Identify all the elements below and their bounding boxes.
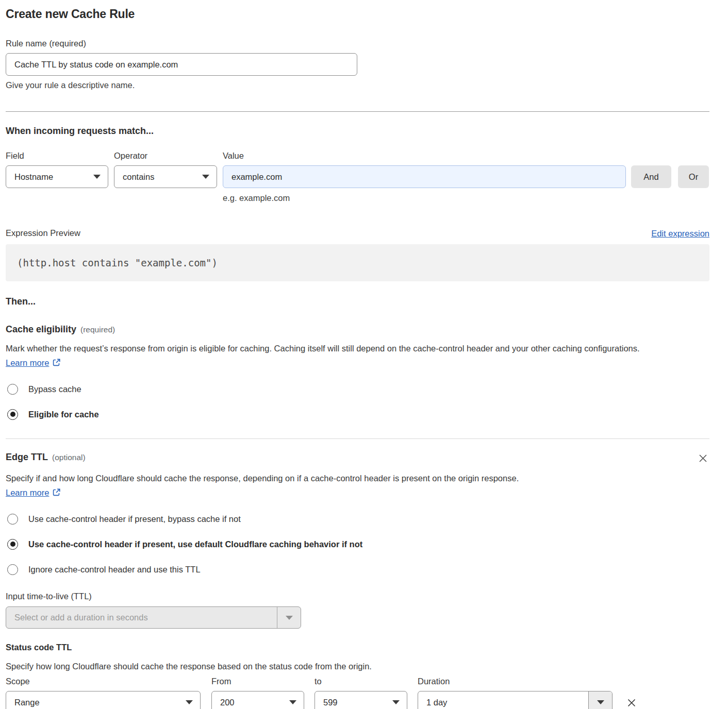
- edge-ttl-options: Use cache-control header if present, byp…: [6, 513, 709, 575]
- duration-combobox[interactable]: 1 day: [418, 691, 613, 709]
- cache-eligibility-section: Cache eligibility (required) Mark whethe…: [6, 324, 709, 420]
- external-link-icon: [52, 488, 61, 497]
- field-select[interactable]: Hostname: [6, 165, 108, 188]
- rule-name-section: Rule name (required) Give your rule a de…: [6, 38, 709, 91]
- operator-select-value: contains: [123, 172, 154, 182]
- section-divider: [6, 438, 709, 439]
- field-label: Field: [6, 150, 108, 161]
- chevron-down-icon: [202, 175, 209, 179]
- radio-icon: [7, 384, 18, 395]
- edge-ttl-heading: Edge TTL: [6, 452, 48, 463]
- close-icon: [626, 697, 637, 708]
- from-select[interactable]: 200: [211, 691, 304, 709]
- radio-icon: [7, 409, 18, 420]
- and-button[interactable]: And: [631, 165, 671, 188]
- operator-select[interactable]: contains: [114, 165, 217, 188]
- chevron-down-icon: [597, 700, 604, 704]
- ttl-duration-placeholder: Select or add a duration in seconds: [6, 607, 277, 628]
- rule-name-helper: Give your rule a descriptive name.: [6, 79, 709, 91]
- ttl-input-label: Input time-to-live (TTL): [6, 590, 709, 602]
- create-cache-rule-form: Create new Cache Rule Rule name (require…: [6, 7, 709, 709]
- to-column: to 599: [315, 676, 407, 709]
- chevron-down-icon: [286, 616, 293, 620]
- expression-code: (http.host contains "example.com"): [17, 257, 218, 268]
- learn-more-link[interactable]: Learn more: [6, 488, 61, 497]
- expression-preview-label: Expression Preview: [6, 227, 80, 239]
- expression-section: Expression Preview Edit expression (http…: [6, 227, 709, 281]
- cache-eligibility-description: Mark whether the request’s response from…: [6, 341, 697, 370]
- field-select-value: Hostname: [14, 172, 53, 182]
- duration-value: 1 day: [418, 691, 588, 709]
- chevron-down-icon: [186, 700, 193, 704]
- duration-column: Duration 1 day: [418, 676, 613, 709]
- expression-code-block: (http.host contains "example.com"): [6, 244, 709, 281]
- cache-control-bypass-option[interactable]: Use cache-control header if present, byp…: [7, 513, 709, 525]
- edge-ttl-description: Specify if and how long Cloudflare shoul…: [6, 471, 573, 500]
- cache-eligibility-qualifier: (required): [80, 325, 115, 334]
- page-title: Create new Cache Rule: [6, 7, 709, 21]
- radio-icon: [7, 539, 18, 550]
- to-select[interactable]: 599: [315, 691, 407, 709]
- status-code-ttl-row: Scope Range From 200 to 599: [6, 676, 709, 709]
- from-select-value: 200: [220, 698, 235, 707]
- radio-icon: [7, 564, 18, 575]
- value-input[interactable]: [223, 165, 626, 188]
- match-heading: When incoming requests match...: [6, 126, 709, 137]
- ttl-duration-arrow[interactable]: [277, 607, 301, 628]
- edge-ttl-section: Edge TTL (optional) Specify if and how l…: [6, 452, 709, 709]
- operator-label: Operator: [114, 150, 217, 161]
- ttl-duration-combobox[interactable]: Select or add a duration in seconds: [6, 606, 301, 629]
- radio-icon: [7, 514, 18, 525]
- value-helper: e.g. example.com: [223, 192, 626, 204]
- edit-expression-link[interactable]: Edit expression: [651, 229, 709, 239]
- status-code-ttl-heading: Status code TTL: [6, 643, 709, 652]
- to-label: to: [315, 676, 407, 687]
- then-heading: Then...: [6, 296, 709, 307]
- chevron-down-icon: [289, 700, 296, 704]
- close-edge-ttl-button[interactable]: [697, 452, 709, 465]
- learn-more-link[interactable]: Learn more: [6, 358, 61, 367]
- or-button[interactable]: Or: [678, 165, 709, 188]
- operator-column: Operator contains: [114, 150, 217, 204]
- scope-label: Scope: [6, 676, 201, 687]
- close-icon: [698, 453, 708, 464]
- remove-status-code-ttl-button[interactable]: [625, 696, 638, 709]
- to-select-value: 599: [323, 698, 338, 707]
- chevron-down-icon: [392, 700, 400, 704]
- scope-column: Scope Range: [6, 676, 201, 709]
- from-column: From 200: [211, 676, 304, 709]
- external-link-icon: [52, 358, 61, 367]
- rule-name-label: Rule name (required): [6, 38, 709, 49]
- rule-name-input[interactable]: [6, 53, 357, 76]
- duration-arrow[interactable]: [588, 691, 612, 709]
- value-label: Value: [223, 150, 626, 161]
- eligible-for-cache-option[interactable]: Eligible for cache: [7, 409, 709, 420]
- match-section: When incoming requests match... Field Ho…: [6, 126, 709, 204]
- match-condition-row: Field Hostname Operator contains Value e…: [6, 150, 709, 204]
- field-column: Field Hostname: [6, 150, 108, 204]
- from-label: From: [211, 676, 304, 687]
- cache-eligibility-heading: Cache eligibility: [6, 324, 76, 335]
- value-column: Value e.g. example.com: [223, 150, 626, 204]
- scope-select[interactable]: Range: [6, 691, 201, 709]
- edge-ttl-qualifier: (optional): [52, 453, 86, 462]
- bypass-cache-option[interactable]: Bypass cache: [7, 383, 709, 395]
- duration-label: Duration: [418, 676, 613, 687]
- cache-eligibility-options: Bypass cache Eligible for cache: [6, 383, 709, 420]
- ignore-cache-control-option[interactable]: Ignore cache-control header and use this…: [7, 564, 709, 575]
- status-code-ttl-description: Specify how long Cloudflare should cache…: [6, 659, 709, 673]
- scope-select-value: Range: [14, 698, 40, 707]
- section-divider: [6, 111, 709, 112]
- chevron-down-icon: [93, 175, 101, 179]
- cache-control-default-option[interactable]: Use cache-control header if present, use…: [7, 538, 709, 550]
